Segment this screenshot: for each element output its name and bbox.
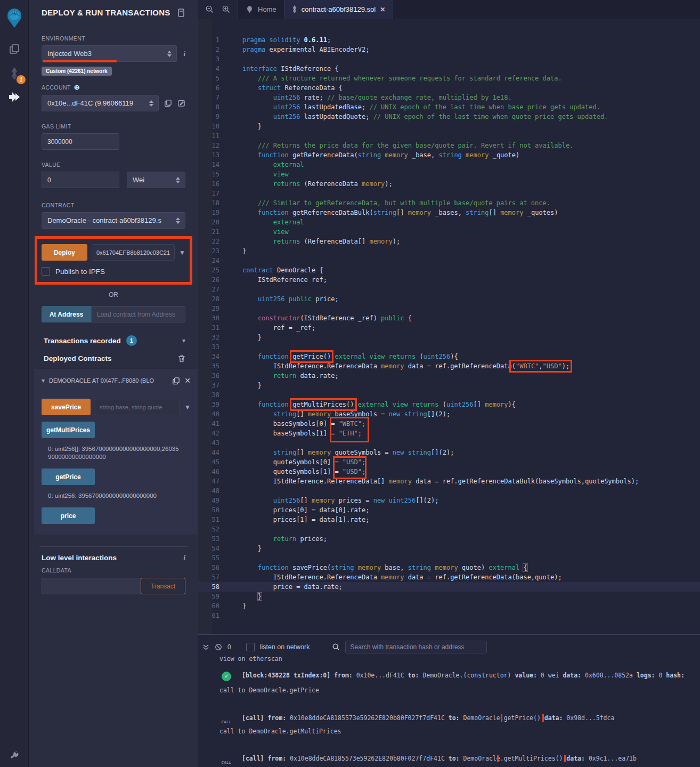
add-account-icon[interactable]: ⊕ [74, 83, 80, 91]
code-line[interactable]: 36 return data.rate; [198, 371, 700, 381]
tab-home[interactable]: Home [238, 0, 284, 19]
terminal-search-input[interactable] [345, 641, 487, 653]
code-line[interactable]: 7 uint256 rate; // base/quote exchange r… [198, 93, 700, 102]
code-line[interactable]: 61 [198, 611, 700, 620]
code-line[interactable]: 11 [198, 131, 700, 141]
code-line[interactable]: 32 } [198, 333, 700, 342]
environment-select[interactable]: Injected Web3 [42, 45, 177, 62]
code-line[interactable]: 56 function savePrice(string memory base… [198, 563, 700, 572]
at-address-input[interactable] [91, 306, 185, 322]
code-line[interactable]: 55 [198, 553, 700, 563]
code-line[interactable]: 19 function getReferenceDataBulk(string[… [198, 208, 700, 217]
code-line[interactable]: 31 ref = _ref; [198, 323, 700, 333]
zoom-out-icon[interactable] [206, 5, 214, 13]
gas-limit-input[interactable] [42, 133, 119, 150]
code-line[interactable]: 37 } [198, 381, 700, 390]
code-line[interactable]: 35 IStdReference.ReferenceData memory da… [198, 361, 700, 371]
clear-console-icon[interactable] [215, 643, 222, 651]
price-button[interactable]: price [42, 507, 95, 524]
code-line[interactable]: 44 string[] memory quoteSymbols = new st… [198, 448, 700, 457]
tab-contract-file[interactable]: contract-a60bf38129.sol ✕ [284, 0, 394, 19]
terminal-row[interactable]: view on etherscan [219, 655, 697, 663]
chevron-down-icon[interactable]: ▼ [179, 249, 185, 256]
publish-ipfs-checkbox[interactable] [42, 267, 50, 276]
expand-method-icon[interactable]: ▼ [184, 403, 191, 411]
code-line[interactable]: 2pragma experimental ABIEncoderV2; [198, 45, 700, 54]
getmultiprices-button[interactable]: getMultiPrices [42, 422, 95, 438]
low-level-info-icon[interactable]: i [183, 553, 185, 562]
listen-network-checkbox[interactable] [246, 643, 255, 651]
code-line[interactable]: 23} [198, 246, 700, 256]
code-area[interactable]: 1pragma solidity 0.6.11;2pragma experime… [198, 19, 700, 634]
code-line[interactable]: 13 function getReferenceData(string memo… [198, 150, 700, 160]
value-input[interactable] [42, 172, 119, 188]
file-explorer-icon[interactable] [0, 37, 29, 61]
code-line[interactable]: 57 IStdReference.ReferenceData memory da… [198, 572, 700, 582]
constructor-arg-input[interactable]: 0x61704EFB8b8120c03C21 [92, 244, 175, 261]
chevron-down-icon[interactable]: ▾ [182, 337, 185, 344]
code-line[interactable]: 16 returns (ReferenceData memory); [198, 179, 700, 189]
saveprice-button[interactable]: savePrice [42, 399, 91, 415]
code-line[interactable]: 30 constructor(IStdReference _ref) publi… [198, 313, 700, 323]
code-line[interactable]: 8 uint256 lastUpdatedBase; // UNIX epoch… [198, 102, 700, 112]
code-line[interactable]: 25contract DemoOracle { [198, 265, 700, 275]
remove-contract-icon[interactable]: ✕ [184, 376, 191, 385]
zoom-in-icon[interactable] [222, 5, 230, 13]
code-line[interactable]: 17 [198, 189, 700, 198]
code-line[interactable]: 45 quoteSymbols[0] = "USD"; [198, 457, 700, 467]
code-line[interactable]: 6 struct ReferenceData { [198, 83, 700, 93]
code-line[interactable]: 40 string[] memory baseSymbols = new str… [198, 409, 700, 419]
code-line[interactable]: 12 /// Returns the price data for the gi… [198, 141, 700, 150]
code-line[interactable]: 20 external [198, 217, 700, 227]
terminal-row[interactable]: [call] from: 0x10e8ddeCA8185573e59262E82… [242, 755, 697, 762]
code-line[interactable]: 60} [198, 601, 700, 611]
deploy-button[interactable]: Deploy [42, 244, 87, 261]
code-line[interactable]: 26 IStdReference ref; [198, 275, 700, 285]
code-line[interactable]: 5 /// A structure returned whenever some… [198, 74, 700, 83]
code-line[interactable]: 46 quoteSymbols[1] = "USD"; [198, 467, 700, 477]
saveprice-args-input[interactable] [95, 399, 180, 415]
code-line[interactable]: 49 uint256[] memory prices = new uint256… [198, 496, 700, 505]
code-line[interactable]: 9 uint256 lastUpdatedQuote; // UNIX epoc… [198, 112, 700, 122]
getprice-button[interactable]: getPrice [42, 469, 95, 485]
code-line[interactable]: 52 [198, 524, 700, 534]
plugin-manager-icon[interactable] [0, 749, 29, 761]
code-line[interactable]: 29 [198, 304, 700, 313]
code-line[interactable]: 51 prices[1] = data[1].rate; [198, 515, 700, 524]
code-line[interactable]: 43 [198, 438, 700, 448]
code-line[interactable]: 50 prices[0] = data[0].rate; [198, 505, 700, 515]
code-line[interactable]: 48 [198, 486, 700, 496]
terminal-row[interactable]: call to DemoOracle.getMultiPrices [219, 728, 697, 735]
sign-message-icon[interactable] [177, 99, 185, 107]
code-line[interactable]: 1pragma solidity 0.6.11; [198, 35, 700, 45]
contract-select[interactable]: DemoOracle - contract-a60bf38129.s [42, 212, 185, 229]
trash-icon[interactable] [178, 354, 185, 362]
account-select[interactable]: 0x10e...dF41C (9.96066119 [42, 95, 159, 111]
code-line[interactable]: 28 uint256 public price; [198, 294, 700, 304]
terminal-row[interactable]: [block:438228 txIndex:0] from: 0x10e...d… [242, 672, 697, 679]
code-line[interactable]: 15 view [198, 169, 700, 179]
code-line[interactable]: 58 price = data.rate; [198, 582, 700, 592]
code-line[interactable]: 14 external [198, 160, 700, 169]
code-line[interactable]: 21 view [198, 227, 700, 237]
pin-panel-icon[interactable] [177, 9, 185, 17]
code-line[interactable]: 33 [198, 342, 700, 352]
code-line[interactable]: 47 IStdReference.ReferenceData[] memory … [198, 477, 700, 486]
value-unit-select[interactable]: Wei [127, 172, 185, 188]
code-line[interactable]: 3 [198, 54, 700, 64]
at-address-button[interactable]: At Address [42, 306, 91, 322]
code-line[interactable]: 59 } [198, 592, 700, 601]
close-tab-icon[interactable]: ✕ [380, 6, 385, 13]
code-line[interactable]: 39 function getMultiPrices() external vi… [198, 400, 700, 409]
collapse-terminal-icon[interactable] [202, 644, 209, 651]
code-line[interactable]: 34 function getPrice() external view ret… [198, 352, 700, 361]
copy-account-icon[interactable] [164, 99, 172, 107]
code-line[interactable]: 24 [198, 256, 700, 265]
copy-address-icon[interactable] [172, 377, 180, 385]
code-line[interactable]: 4interface IStdReference { [198, 64, 700, 74]
code-line[interactable]: 42 baseSymbols[1] = "ETH"; [198, 429, 700, 438]
code-line[interactable]: 41 baseSymbols[0] = "WBTC"; [198, 419, 700, 429]
remix-logo-icon[interactable] [0, 3, 29, 33]
terminal-row[interactable]: [call] from: 0x10e8ddeCA8185573e59262E82… [242, 714, 697, 722]
solidity-compiler-icon[interactable]: 1 [0, 62, 29, 85]
